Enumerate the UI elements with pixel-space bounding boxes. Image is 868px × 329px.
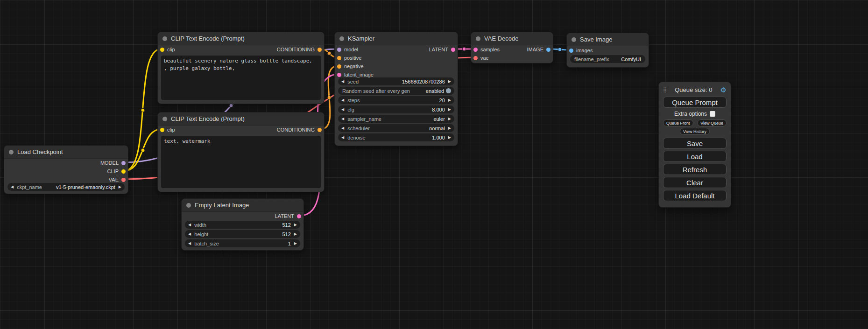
port-dot[interactable] [160,48,164,52]
output-port-latent[interactable]: LATENT [429,45,455,54]
decrement-arrow-icon[interactable]: ◀ [341,136,344,140]
output-port-image[interactable]: IMAGE [527,45,550,54]
port-dot[interactable] [546,48,550,52]
output-port-model[interactable]: MODEL [100,159,126,167]
output-port-clip[interactable]: CLIP [107,167,126,175]
node-title-bar[interactable]: KSampler [335,32,458,45]
load-default-button[interactable]: Load Default [663,190,727,201]
widget-width[interactable]: ◀ width 512 ▶ [185,221,300,229]
collapse-dot-icon[interactable] [186,203,191,208]
node-clip-text-encode-negative[interactable]: CLIP Text Encode (Prompt) clip CONDITION… [157,112,325,192]
port-dot[interactable] [121,178,126,182]
queue-front-button[interactable]: Queue Front [663,119,693,126]
collapse-dot-icon[interactable] [339,36,344,41]
decrement-arrow-icon[interactable]: ◀ [188,223,191,227]
load-button[interactable]: Load [663,151,727,162]
port-dot[interactable] [318,128,322,132]
node-title-bar[interactable]: CLIP Text Encode (Prompt) [158,32,324,45]
increment-arrow-icon[interactable]: ▶ [448,126,451,130]
prompt-text-area[interactable]: beautiful scenery nature glass bottle la… [161,56,321,100]
port-dot[interactable] [337,73,341,77]
collapse-dot-icon[interactable] [476,36,480,41]
port-dot[interactable] [318,48,322,52]
settings-gear-icon[interactable]: ⚙ [720,86,727,93]
node-load-checkpoint[interactable]: Load Checkpoint MODEL CLIP VAE ◀ ckpt_na… [4,145,128,194]
increment-arrow-icon[interactable]: ▶ [448,117,451,121]
decrement-arrow-icon[interactable]: ◀ [341,108,344,112]
decrement-arrow-icon[interactable]: ◀ [341,117,344,121]
port-dot[interactable] [121,169,126,174]
widget-scheduler[interactable]: ◀ scheduler normal ▶ [338,124,454,132]
input-port-clip[interactable]: clip [160,126,175,134]
port-dot[interactable] [337,64,341,69]
port-dot[interactable] [473,56,478,60]
prompt-text-area[interactable]: text, watermark [161,136,321,188]
input-port-model[interactable]: model [337,45,358,54]
input-port-vae[interactable]: vae [473,54,489,62]
input-port-samples[interactable]: samples [473,45,500,54]
input-port-negative[interactable]: negative [337,62,364,70]
increment-arrow-icon[interactable]: ▶ [119,185,121,189]
port-dot[interactable] [121,161,126,165]
widget-ckpt-name[interactable]: ◀ ckpt_name v1-5-pruned-emaonly.ckpt ▶ [7,183,125,191]
toggle-dot[interactable] [446,88,451,93]
increment-arrow-icon[interactable]: ▶ [448,108,451,112]
extra-options-checkbox[interactable] [710,111,715,117]
clear-button[interactable]: Clear [663,177,727,188]
node-title-bar[interactable]: CLIP Text Encode (Prompt) [158,112,324,126]
widget-random-seed-toggle[interactable]: Random seed after every gen enabled [338,87,454,95]
port-dot[interactable] [569,49,573,53]
collapse-dot-icon[interactable] [162,36,167,41]
drag-handle-icon[interactable]: ⣿ [663,87,667,93]
increment-arrow-icon[interactable]: ▶ [294,223,297,227]
port-dot[interactable] [473,48,478,52]
view-history-button[interactable]: View History [680,128,710,135]
node-empty-latent-image[interactable]: Empty Latent Image LATENT ◀ width 512 ▶ … [181,198,304,251]
increment-arrow-icon[interactable]: ▶ [294,232,297,236]
increment-arrow-icon[interactable]: ▶ [448,136,451,140]
node-title-bar[interactable]: VAE Decode [471,32,553,45]
input-port-positive[interactable]: positive [337,54,361,62]
refresh-button[interactable]: Refresh [663,164,727,175]
save-button[interactable]: Save [663,138,727,149]
node-title-bar[interactable]: Empty Latent Image [182,199,303,212]
widget-cfg[interactable]: ◀ cfg 8.000 ▶ [338,105,454,113]
node-title-bar[interactable]: Load Checkpoint [4,146,128,159]
output-port-latent[interactable]: LATENT [275,212,301,220]
output-port-conditioning[interactable]: CONDITIONING [277,45,322,54]
port-dot[interactable] [451,48,455,52]
port-dot[interactable] [297,214,301,218]
view-queue-button[interactable]: View Queue [697,119,727,126]
port-dot[interactable] [337,56,341,60]
port-dot[interactable] [337,48,341,52]
decrement-arrow-icon[interactable]: ◀ [341,80,344,84]
increment-arrow-icon[interactable]: ▶ [448,98,451,102]
node-title-bar[interactable]: Save Image [567,33,649,46]
node-vae-decode[interactable]: VAE Decode samples vae IMAGE [471,32,553,63]
queue-prompt-button[interactable]: Queue Prompt [663,97,727,108]
widget-filename-prefix[interactable]: filename_prefix ComfyUI [570,55,645,63]
node-clip-text-encode-positive[interactable]: CLIP Text Encode (Prompt) clip CONDITION… [157,32,325,104]
collapse-dot-icon[interactable] [9,150,14,154]
widget-sampler-name[interactable]: ◀ sampler_name euler ▶ [338,115,454,123]
increment-arrow-icon[interactable]: ▶ [294,242,297,245]
collapse-dot-icon[interactable] [162,117,167,121]
widget-seed[interactable]: ◀ seed 156680208700286 ▶ [338,77,454,85]
increment-arrow-icon[interactable]: ▶ [448,80,451,84]
decrement-arrow-icon[interactable]: ◀ [341,98,344,102]
collapse-dot-icon[interactable] [572,37,576,42]
decrement-arrow-icon[interactable]: ◀ [11,185,14,189]
output-port-conditioning[interactable]: CONDITIONING [277,126,322,134]
decrement-arrow-icon[interactable]: ◀ [188,232,191,236]
port-dot[interactable] [160,128,164,132]
decrement-arrow-icon[interactable]: ◀ [188,242,191,245]
node-save-image[interactable]: Save Image images filename_prefix ComfyU… [566,33,649,68]
input-port-clip[interactable]: clip [160,45,175,54]
node-ksampler[interactable]: KSampler model positive negative latent_… [334,32,458,146]
decrement-arrow-icon[interactable]: ◀ [341,126,344,130]
widget-steps[interactable]: ◀ steps 20 ▶ [338,96,454,104]
widget-denoise[interactable]: ◀ denoise 1.000 ▶ [338,133,454,141]
widget-batch-size[interactable]: ◀ batch_size 1 ▶ [185,239,300,247]
widget-height[interactable]: ◀ height 512 ▶ [185,230,300,238]
input-port-images[interactable]: images [569,46,593,55]
